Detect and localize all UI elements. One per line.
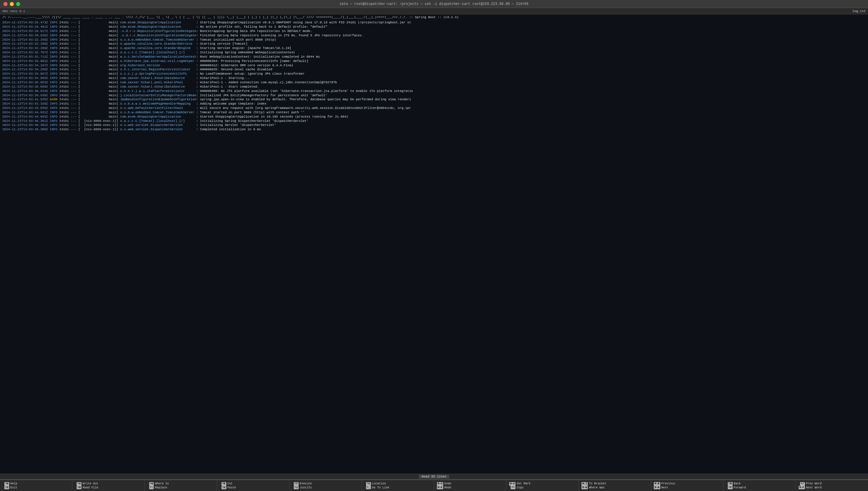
shortcut-key-top: ^T (294, 482, 299, 486)
shortcut-label: Prev Word Next Word (806, 482, 822, 490)
shortcut-key-top: M-U (437, 482, 443, 486)
window-title: zeta — root@dispatcher-cart: /projects —… (340, 2, 528, 6)
log-line: 2024-11-22T14:03:44.031Z INFO 24161 --- … (2, 110, 866, 115)
log-line: 2024-11-22T14:03:29.617Z INFO 24161 --- … (2, 29, 866, 33)
shortcut-key-bot: ^R (76, 486, 82, 490)
shortcut-key-top: ^B (728, 482, 733, 486)
shortcut-item[interactable]: ^K ^U Cut Paste (217, 480, 289, 491)
log-line: 2024-11-22T14:03:43.036Z INFO 24161 --- … (2, 106, 866, 110)
shortcut-key-top: ^C (366, 482, 371, 486)
shortcut-key-bot: M-E (437, 486, 443, 490)
shortcut-key-top: M-A (509, 482, 516, 486)
shortcut-label: To Bracket Where Was (589, 482, 606, 490)
shortcut-key-top: ^W (149, 482, 154, 486)
log-line: 2024-11-22T14:03:32.289Z INFO 24161 --- … (2, 46, 866, 51)
log-line: 2024-11-22T14:03:42.320Z INFO 24161 --- … (2, 102, 866, 106)
shortcut-label: Undo Redo (444, 482, 451, 490)
log-line: 2024-11-22T14:03:46.301Z INFO 24161 --- … (2, 119, 866, 123)
log-line: 2024-11-22T14:03:39.634Z INFO 24161 --- … (2, 89, 866, 93)
shortcut-item[interactable]: ^O ^R Write Out Read File (72, 480, 145, 491)
log-line: 2024-11-22T14:03:46.308Z INFO 24161 --- … (2, 127, 866, 132)
shortcut-key-bot: ^U (221, 486, 226, 490)
shortcut-key-bot: M-W (582, 486, 588, 490)
shortcut-key-bot: ^J (294, 486, 299, 490)
log-line: 2024-11-22T14:03:46.301Z INFO 24161 --- … (2, 123, 866, 127)
shortcut-label: Location Go To Line (372, 482, 390, 490)
shortcut-item[interactable]: ^/ M-F Prev Word Next Word (796, 480, 868, 491)
log-line: 2024-11-22T14:03:34.268Z INFO 24161 --- … (2, 67, 866, 72)
shortcut-label: Cut Paste (227, 482, 236, 490)
log-line: 2024-11-22T14:03:34.167Z INFO 24161 --- … (2, 63, 866, 68)
ascii-art-block: /\ /------.__.---.___\\\\ /()\/ ____ ___… (2, 16, 866, 19)
shortcut-key-bot: ^\ (149, 486, 154, 490)
shortcuts-bar: ^G ^X Help Exit ^O ^R Write Out Read Fil… (0, 480, 868, 491)
shortcut-key-bot: ^X (4, 486, 9, 490)
shortcut-key-bot: M-B (654, 486, 660, 490)
shortcut-item[interactable]: M-] M-W To Bracket Where Was (579, 480, 651, 491)
log-line: 2024-11-22T14:03:36.060Z INFO 24161 --- … (2, 85, 866, 89)
shortcut-item[interactable]: M-U M-E Undo Redo (434, 480, 506, 491)
shortcut-key-bot: ^_ (366, 486, 371, 490)
shortcut-label: Set Mark Copy (517, 482, 530, 490)
shortcut-label: Write Out Read File (83, 482, 98, 490)
shortcut-label: Previous Next (661, 482, 675, 490)
shortcut-keys: ^O ^R (73, 482, 82, 489)
shortcut-item[interactable]: ^G ^X Help Exit (0, 480, 72, 491)
shortcut-item[interactable]: M-A ^^ Set Mark Copy (506, 480, 579, 491)
shortcut-keys: ^B ^F (724, 482, 733, 489)
shortcut-label: Execute Justify (300, 482, 312, 490)
shortcut-key-top: M-B (654, 482, 660, 486)
title-bar: zeta — root@dispatcher-cart: /projects —… (0, 0, 868, 8)
log-line: 2024-11-22T14:03:32.258Z INFO 24161 --- … (2, 38, 866, 42)
log-line: 2024-11-22T14:03:26.481Z INFO 24161 --- … (2, 25, 866, 29)
shortcut-key-top: ^O (76, 482, 82, 486)
status-bar: Read 35 lines (0, 474, 868, 480)
shortcut-keys: ^/ M-F (797, 482, 805, 489)
shortcut-label: Back Forward (734, 482, 746, 490)
status-badge: Read 35 lines (419, 474, 449, 479)
close-button[interactable] (3, 2, 7, 6)
shortcut-key-top: M-] (582, 482, 588, 486)
shortcut-keys: ^C ^_ (363, 482, 371, 489)
maximize-button[interactable] (16, 2, 20, 6)
nano-version-label: GNU nano 8.1 (2, 9, 25, 13)
shortcut-item[interactable]: ^C ^_ Location Go To Line (362, 480, 434, 491)
log-lines-container: 2024-11-22T14:03:26.473Z INFO 24161 --- … (2, 21, 866, 132)
shortcuts-container: ^G ^X Help Exit ^O ^R Write Out Read Fil… (0, 480, 868, 491)
shortcut-item[interactable]: ^B ^F Back Forward (723, 480, 796, 491)
shortcut-key-bot: ^^ (510, 486, 516, 490)
shortcut-item[interactable]: ^T ^J Execute Justify (289, 480, 362, 491)
log-line: 2024-11-22T14:03:32.288Z INFO 24161 --- … (2, 42, 866, 46)
log-line: 2024-11-22T14:03:34.966Z INFO 24161 --- … (2, 76, 866, 80)
shortcut-key-top: ^/ (800, 482, 805, 486)
log-line: 2024-11-22T14:03:29.926Z INFO 24161 --- … (2, 33, 866, 38)
shortcut-label: Help Exit (10, 482, 17, 490)
shortcut-key-top: ^G (4, 482, 9, 486)
shortcut-keys: ^W ^\ (146, 482, 154, 489)
log-line: 2024-11-22T14:03:44.093Z INFO 24161 --- … (2, 115, 866, 119)
shortcut-keys: ^G ^X (1, 482, 9, 489)
minimize-button[interactable] (10, 2, 14, 6)
shortcut-key-bot: M-F (799, 486, 805, 490)
shortcut-keys: ^T ^J (290, 482, 299, 489)
shortcut-keys: ^K ^U (218, 482, 226, 489)
log-line: 2024-11-22T14:03:32.707Z INFO 24161 --- … (2, 51, 866, 55)
shortcut-item[interactable]: ^W ^\ Where Is Replace (145, 480, 217, 491)
shortcut-keys: M-U M-E (435, 482, 443, 489)
shortcut-key-top: ^K (221, 482, 226, 486)
log-line: 2024-11-22T14:03:34.887Z INFO 24161 --- … (2, 72, 866, 76)
log-line: 2024-11-22T14:03:41.935Z WARN 24161 --- … (2, 97, 866, 102)
shortcut-item[interactable]: M-B M-B Previous Next (651, 480, 723, 491)
log-line: 2024-11-22T14:03:36.053Z INFO 24161 --- … (2, 80, 866, 85)
shortcut-keys: M-A ^^ (507, 482, 516, 489)
shortcut-keys: M-] M-W (580, 482, 588, 489)
log-line: 2024-11-22T14:03:33.982Z INFO 24161 --- … (2, 59, 866, 63)
shortcut-key-bot: ^F (728, 486, 733, 490)
traffic-lights (3, 2, 20, 6)
shortcut-label: Where Is Replace (155, 482, 169, 490)
terminal-content: /\ /------.__.---.___\\\\ /()\/ ____ ___… (0, 15, 868, 474)
nano-filename: log.txt (852, 9, 866, 13)
log-line: 2024-11-22T14:03:32.712Z INFO 24161 --- … (2, 55, 866, 59)
log-line: 2024-11-22T14:03:26.473Z INFO 24161 --- … (2, 21, 866, 25)
nano-top-bar: GNU nano 8.1 log.txt (0, 8, 868, 15)
